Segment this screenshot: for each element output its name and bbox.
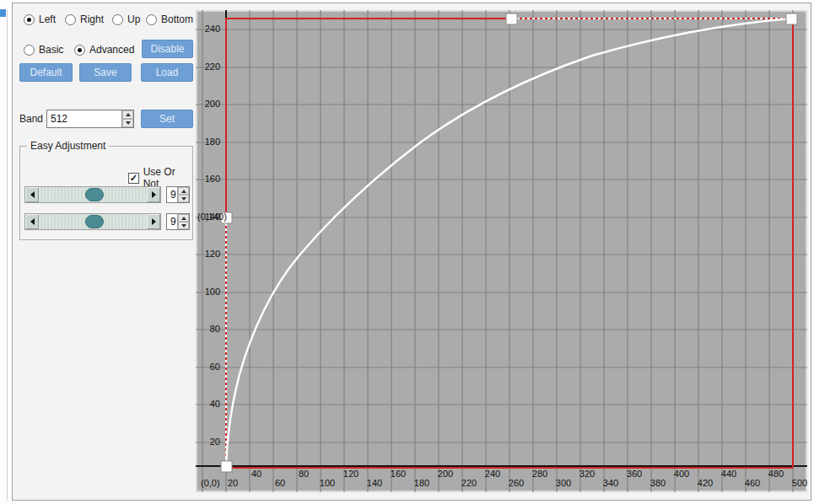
down-arrow-icon (181, 224, 186, 228)
slider-1-spin-arrows[interactable] (177, 187, 189, 202)
radio-basic-label: Basic (39, 44, 63, 56)
x-tick: 260 (509, 478, 524, 488)
radio-advanced-label: Advanced (89, 44, 134, 56)
easy-adjustment-title: Easy Adjustment (27, 140, 109, 152)
handle-top-right[interactable] (786, 13, 797, 24)
x-tick: 80 (299, 469, 309, 479)
slider-2-spin-down[interactable] (178, 222, 189, 229)
radio-advanced-circle[interactable] (74, 45, 85, 56)
curve-editor-canvas[interactable]: 240 220 200 180 160 140 120 100 80 60 40… (196, 10, 807, 492)
up-arrow-icon (181, 217, 186, 220)
x-tick: 40 (251, 469, 261, 479)
disable-button[interactable]: Disable (142, 40, 193, 58)
slider-2-spin-arrows[interactable] (177, 214, 189, 229)
use-or-not-checkbox[interactable]: ✓ (128, 173, 139, 184)
radio-bottom[interactable]: Bottom (146, 13, 193, 25)
y-tick: 220 (197, 62, 220, 72)
radio-right-label: Right (80, 13, 104, 25)
down-arrow-icon (181, 197, 186, 201)
curve-plot[interactable] (196, 10, 807, 492)
y-tick: 20 (197, 437, 220, 447)
x-tick: 400 (674, 469, 689, 479)
y-tick: 160 (197, 174, 220, 184)
x-tick: 100 (320, 478, 335, 488)
radio-left[interactable]: Left (24, 13, 56, 25)
radio-up-circle[interactable] (112, 14, 123, 25)
x-tick: 360 (627, 469, 642, 479)
radio-right-circle[interactable] (65, 14, 76, 25)
slider-2-right-button[interactable] (147, 214, 160, 229)
slider-2-left-button[interactable] (25, 214, 39, 229)
left-divider (7, 10, 8, 501)
x-tick: 460 (745, 478, 760, 488)
x-tick: 240 (485, 469, 500, 479)
band-spin-arrows[interactable] (121, 110, 133, 127)
slider-1-spin-up[interactable] (178, 187, 189, 195)
band-label: Band (19, 113, 43, 125)
radio-right[interactable]: Right (65, 13, 104, 25)
band-spin-up[interactable] (122, 110, 133, 119)
y-tick: 80 (197, 324, 220, 334)
band-spinner[interactable]: 512 (46, 110, 134, 128)
slider-1-spin-down[interactable] (178, 195, 189, 202)
slider-2-thumb[interactable] (85, 215, 104, 228)
load-button[interactable]: Load (141, 63, 193, 82)
y-tick: 240 (197, 24, 220, 34)
slider-2-spinner[interactable]: 9 (166, 213, 190, 230)
slider-1-left-button[interactable] (25, 187, 39, 202)
radio-left-circle[interactable] (24, 14, 35, 25)
x-tick: 300 (556, 478, 571, 488)
x-tick: 180 (414, 478, 429, 488)
y-tick: 180 (197, 137, 220, 147)
y-tick: 200 (197, 99, 220, 109)
band-spin-down[interactable] (122, 119, 133, 127)
radio-bottom-circle[interactable] (146, 14, 157, 25)
up-arrow-icon (181, 190, 186, 193)
slider-1-right-button[interactable] (147, 187, 160, 202)
x-tick: 120 (343, 469, 358, 479)
radio-basic-circle[interactable] (24, 45, 35, 56)
radio-basic[interactable]: Basic (24, 44, 63, 56)
left-arrow-icon (30, 191, 35, 198)
up-arrow-icon (126, 113, 131, 116)
save-button[interactable]: Save (79, 63, 132, 82)
origin-label: (0,0) (201, 478, 220, 488)
right-arrow-icon (152, 191, 156, 198)
y-tick: 120 (197, 249, 220, 259)
left-arrow-icon (30, 218, 35, 225)
handle-coordinate-label: (0,140) (197, 212, 227, 222)
y-tick: 100 (197, 287, 220, 297)
x-tick: 340 (603, 478, 618, 488)
radio-left-label: Left (39, 13, 56, 25)
slider-1-track[interactable] (39, 187, 147, 202)
default-button[interactable]: Default (19, 63, 73, 82)
gamma-curve[interactable] (226, 19, 791, 466)
radio-bottom-label: Bottom (161, 13, 193, 25)
handle-origin[interactable] (221, 461, 232, 472)
x-tick: 480 (768, 469, 784, 479)
y-tick: 60 (197, 362, 220, 372)
radio-up[interactable]: Up (112, 13, 140, 25)
window-edge-fragment (0, 9, 6, 17)
slider-2-value[interactable]: 9 (167, 216, 177, 228)
slider-1-spinner[interactable]: 9 (166, 186, 190, 203)
radio-up-label: Up (127, 13, 140, 25)
radio-advanced[interactable]: Advanced (74, 44, 134, 56)
grid-lines (196, 10, 807, 492)
right-arrow-icon (152, 218, 156, 225)
slider-2[interactable] (24, 213, 161, 230)
slider-2-track[interactable] (39, 214, 147, 229)
band-value[interactable]: 512 (47, 113, 121, 125)
easy-adjustment-group: Easy Adjustment ✓ Use Or Not 9 (19, 146, 193, 240)
slider-2-spin-up[interactable] (178, 214, 189, 222)
handle-top-mid[interactable] (506, 13, 517, 24)
x-tick: 160 (391, 469, 406, 479)
x-tick: 200 (438, 469, 453, 479)
slider-1-thumb[interactable] (85, 188, 104, 201)
slider-1[interactable] (24, 186, 161, 203)
x-tick: 320 (580, 469, 595, 479)
x-tick: 140 (367, 478, 382, 488)
x-tick: 440 (721, 469, 736, 479)
set-button[interactable]: Set (141, 110, 193, 128)
slider-1-value[interactable]: 9 (167, 189, 177, 201)
